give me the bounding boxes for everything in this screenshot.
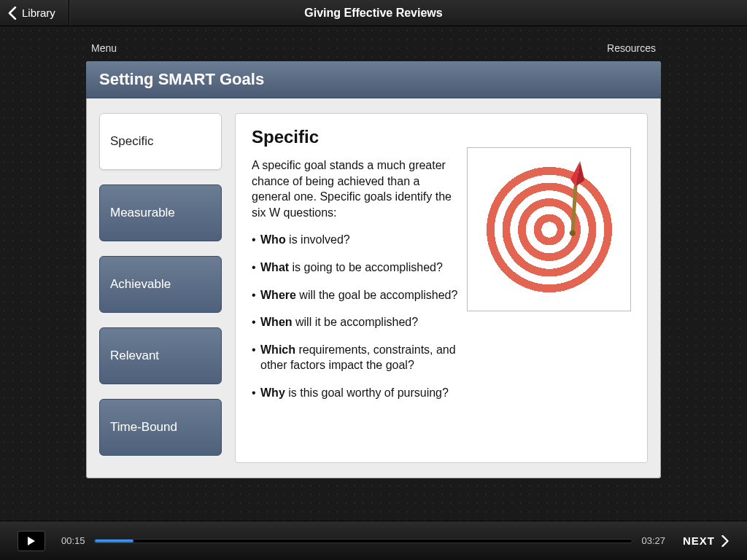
- play-button[interactable]: [18, 531, 45, 551]
- progress-bar[interactable]: [94, 539, 633, 543]
- tab-achievable[interactable]: Achievable: [99, 256, 222, 313]
- list-item: Why is this goal worthy of pursuing?: [252, 385, 471, 401]
- slide-container: Setting SMART Goals Specific Measurable …: [86, 61, 661, 478]
- tab-relevant[interactable]: Relevant: [99, 327, 222, 384]
- back-label: Library: [22, 7, 55, 19]
- tab-time-bound[interactable]: Time-Bound: [99, 399, 222, 456]
- slide-body: Specific Measurable Achievable Relevant …: [86, 98, 661, 478]
- player-bar: 00:15 03:27 NEXT: [0, 521, 747, 560]
- current-time: 00:15: [61, 535, 85, 546]
- dart-target-icon: [480, 160, 619, 299]
- tab-label: Relevant: [110, 349, 159, 363]
- play-icon: [27, 536, 36, 546]
- list-item: Who is involved?: [252, 232, 471, 248]
- content-image: [467, 147, 631, 311]
- list-item: What is going to be accomplished?: [252, 260, 471, 276]
- content-intro: A specific goal stands a much greater ch…: [252, 158, 456, 220]
- svg-line-0: [551, 186, 596, 233]
- tab-label: Time-Bound: [110, 420, 177, 435]
- next-label: NEXT: [683, 534, 715, 547]
- submenu-bar: Menu Resources: [0, 26, 747, 61]
- tab-label: Measurable: [110, 206, 175, 220]
- list-item: Where will the goal be accomplished?: [252, 287, 471, 303]
- tab-specific[interactable]: Specific: [99, 113, 222, 170]
- list-item: When will it be accomplished?: [252, 314, 471, 330]
- page-title: Giving Effective Reviews: [0, 7, 747, 20]
- top-bar: Library Giving Effective Reviews: [0, 0, 747, 26]
- list-item: Which requirements, constraints, and oth…: [252, 342, 471, 373]
- chevron-left-icon: [7, 7, 18, 20]
- slide-header: Setting SMART Goals: [86, 61, 661, 98]
- total-time: 03:27: [641, 535, 665, 546]
- tab-label: Specific: [110, 134, 154, 149]
- tab-measurable[interactable]: Measurable: [99, 184, 222, 241]
- content-panel: Specific A specific goal stands a much g…: [235, 113, 648, 463]
- tabs-column: Specific Measurable Achievable Relevant …: [99, 113, 222, 463]
- resources-button[interactable]: Resources: [607, 42, 656, 54]
- next-button[interactable]: NEXT: [683, 534, 729, 547]
- menu-button[interactable]: Menu: [91, 42, 117, 54]
- content-heading: Specific: [252, 127, 631, 147]
- progress-fill: [95, 540, 133, 542]
- tab-label: Achievable: [110, 277, 171, 292]
- chevron-right-icon: [721, 535, 729, 547]
- back-button[interactable]: Library: [0, 0, 69, 26]
- bullet-list: Who is involved? What is going to be acc…: [252, 232, 471, 400]
